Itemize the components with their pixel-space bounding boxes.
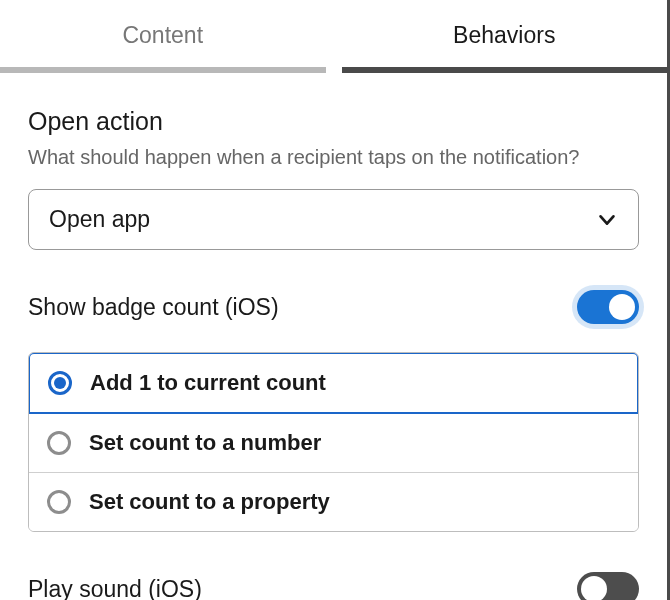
badge-option-set-number[interactable]: Set count to a number [29,413,638,472]
open-action-select[interactable]: Open app [28,189,639,250]
badge-radio-list: Add 1 to current count Set count to a nu… [28,352,639,532]
badge-toggle-label: Show badge count (iOS) [28,294,279,321]
badge-option-label-1: Set count to a number [89,430,321,456]
badge-option-set-property[interactable]: Set count to a property [29,472,638,531]
badge-toggle[interactable] [577,290,639,324]
tab-behaviors-label: Behaviors [453,22,555,48]
radio-icon [47,490,71,514]
chevron-down-icon [596,209,618,231]
tab-content-label: Content [122,22,203,48]
badge-toggle-row: Show badge count (iOS) [28,290,639,324]
open-action-heading: Open action [28,107,639,136]
tab-behaviors[interactable]: Behaviors [342,0,668,73]
tab-content[interactable]: Content [0,0,326,73]
badge-option-add-1[interactable]: Add 1 to current count [28,352,639,414]
toggle-knob [581,576,607,600]
open-action-selected-value: Open app [49,206,150,233]
radio-icon [47,431,71,455]
toggle-knob [609,294,635,320]
open-action-help: What should happen when a recipient taps… [28,144,639,171]
badge-option-label-2: Set count to a property [89,489,330,515]
sound-toggle[interactable] [577,572,639,600]
sound-toggle-label: Play sound (iOS) [28,576,202,601]
tabs: Content Behaviors [0,0,667,73]
sound-toggle-row: Play sound (iOS) [28,572,639,600]
badge-option-label-0: Add 1 to current count [90,370,326,396]
radio-icon [48,371,72,395]
